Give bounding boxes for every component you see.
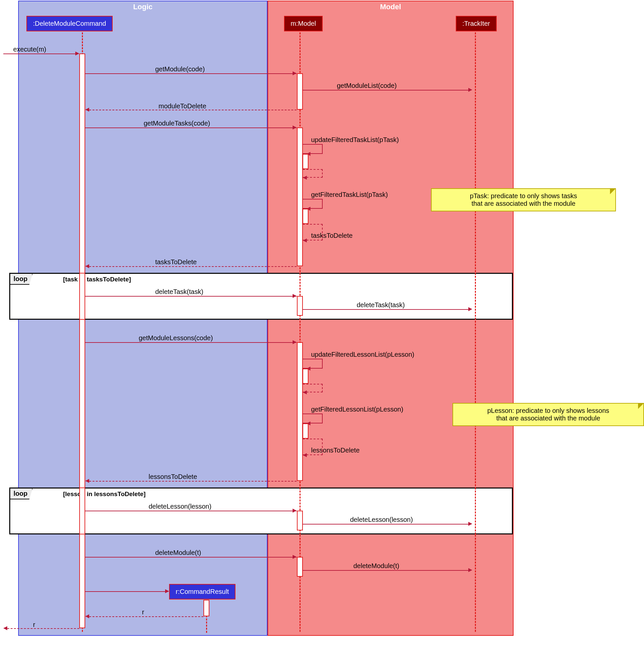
- activation-model6: [297, 557, 303, 577]
- arrowhead: [303, 176, 307, 180]
- self-call: [303, 199, 323, 209]
- arrowhead: [85, 264, 89, 268]
- arrow: [85, 127, 297, 128]
- arrowhead: [85, 479, 89, 483]
- arrow: [85, 73, 297, 74]
- msg-delete-lesson2: deleteLesson(lesson): [350, 516, 413, 524]
- arrow: [89, 266, 297, 267]
- participant-label: :TrackIter: [462, 20, 490, 27]
- arrowhead: [85, 108, 89, 112]
- arrowhead: [468, 522, 472, 526]
- arrowhead: [303, 453, 307, 457]
- lifeline-overlay: [475, 273, 476, 320]
- activation-result: [204, 600, 209, 616]
- arrow: [85, 510, 297, 511]
- note-plesson: pLesson: predicate to only shows lessons…: [453, 403, 644, 426]
- arrow: [85, 557, 297, 558]
- self-call: [303, 413, 323, 424]
- arrowhead: [468, 88, 472, 92]
- activation-self1: [303, 154, 308, 169]
- participant-label: m:Model: [290, 20, 316, 27]
- arrowhead: [303, 239, 307, 242]
- arrowhead: [3, 626, 7, 630]
- activation-self4: [303, 424, 308, 439]
- arrowhead: [293, 555, 297, 559]
- arrow: [89, 481, 297, 482]
- msg-get-filtered-lesson: getFilteredLessonList(pLesson): [311, 406, 403, 413]
- arrow: [89, 110, 297, 110]
- activation-self2: [303, 209, 308, 224]
- arrow: [303, 570, 470, 571]
- arrowhead: [293, 340, 297, 344]
- msg-get-filtered-task: getFilteredTaskList(pTask): [311, 191, 388, 198]
- participant-label: :DeleteModuleCommand: [33, 20, 106, 27]
- note-text: pLesson: predicate to only shows lessons…: [487, 407, 609, 422]
- arrowhead: [303, 391, 307, 394]
- activation-overlay: [79, 488, 85, 534]
- activation-model2: [297, 127, 303, 266]
- note-fold-icon: [610, 189, 615, 194]
- arrowhead: [293, 125, 297, 129]
- msg-get-module-list: getModuleList(code): [337, 82, 397, 90]
- note-fold-icon: [638, 404, 643, 409]
- msg-r1: r: [142, 609, 144, 616]
- activation-overlay: [79, 273, 85, 320]
- lifeline-track: [475, 32, 476, 632]
- loop-label: loop: [9, 488, 33, 499]
- msg-delete-lesson: deleteLesson(lesson): [149, 503, 211, 510]
- msg-module-to-delete: moduleToDelete: [158, 102, 206, 110]
- arrow: [89, 616, 204, 617]
- arrow: [85, 342, 297, 343]
- self-return: [303, 224, 323, 241]
- arrowhead: [165, 589, 169, 593]
- participant-model: m:Model: [284, 16, 323, 31]
- participant-trackiter: :TrackIter: [456, 16, 497, 31]
- arrow: [303, 309, 470, 310]
- participant-command-result: r:CommandResult: [169, 584, 236, 599]
- activation-self3: [303, 369, 308, 384]
- loop-guard: [task in tasksToDelete]: [63, 276, 131, 283]
- container-model-title: Model: [380, 3, 401, 11]
- arrowhead: [468, 568, 472, 572]
- msg-get-module-tasks: getModuleTasks(code): [144, 120, 210, 127]
- loop-label: loop: [9, 273, 33, 285]
- arrow: [303, 90, 470, 91]
- msg-update-filtered-task: updateFilteredTaskList(pTask): [311, 136, 399, 144]
- arrow: [85, 296, 297, 297]
- msg-delete-task2: deleteTask(task): [357, 301, 405, 309]
- msg-delete-module2: deleteModule(t): [354, 562, 399, 570]
- loop-guard: [lesson in lessonsToDelete]: [63, 491, 146, 498]
- participant-label: r:CommandResult: [176, 588, 229, 595]
- activation-cmd: [79, 54, 85, 628]
- self-call: [303, 144, 323, 154]
- msg-delete-task: deleteTask(task): [155, 288, 204, 296]
- participant-delete-module-command: :DeleteModuleCommand: [26, 16, 113, 31]
- arrowhead: [85, 614, 89, 618]
- msg-r2: r: [33, 621, 35, 628]
- msg-get-module: getModule(code): [155, 65, 205, 73]
- arrow-execute: [3, 54, 79, 54]
- lifeline-overlay: [475, 488, 476, 534]
- msg-update-filtered-lesson: updateFilteredLessonList(pLesson): [311, 351, 414, 359]
- arrow: [303, 524, 470, 525]
- activation-model1: [297, 73, 303, 110]
- lifeline-model: [300, 32, 301, 632]
- arrowhead: [293, 509, 297, 513]
- msg-execute: execute(m): [13, 45, 46, 53]
- arrow-create: [85, 591, 168, 592]
- note-text: pTask: predicate to only shows tasks tha…: [470, 192, 577, 207]
- container-logic-title: Logic: [133, 3, 153, 11]
- arrowhead: [468, 307, 472, 311]
- activation-model4: [297, 342, 303, 481]
- arrowhead: [293, 71, 297, 75]
- msg-tasks-to-delete2: tasksToDelete: [155, 258, 197, 266]
- msg-get-module-lessons: getModuleLessons(code): [139, 334, 213, 342]
- msg-delete-module: deleteModule(t): [155, 549, 201, 557]
- arrowhead: [75, 52, 79, 56]
- arrowhead: [293, 294, 297, 298]
- activation-model5: [297, 510, 303, 530]
- self-return: [303, 439, 323, 455]
- self-call: [303, 359, 323, 369]
- note-ptask: pTask: predicate to only shows tasks tha…: [431, 188, 616, 211]
- sequence-diagram: Logic Model :DeleteModuleCommand m:Model…: [0, 0, 644, 651]
